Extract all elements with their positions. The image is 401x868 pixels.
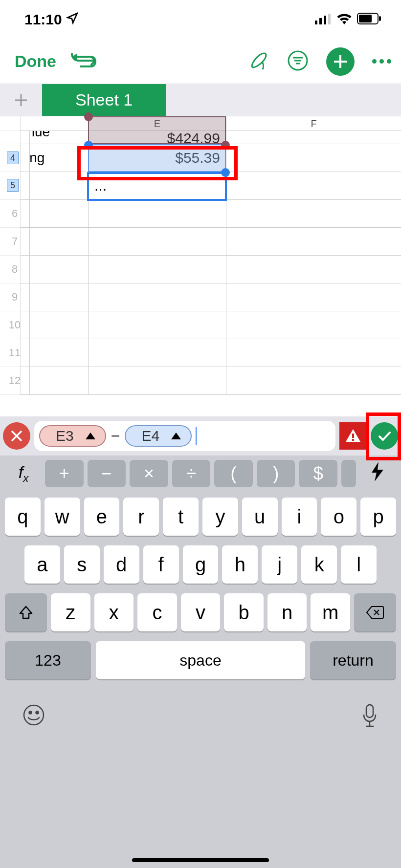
key-a[interactable]: a [24, 545, 60, 584]
keyboard: q w e r t y u i o p a s d f g h j k l z … [0, 492, 401, 868]
key-k[interactable]: k [301, 545, 337, 584]
row-10[interactable]: 10 [0, 311, 401, 339]
bolt-icon[interactable] [360, 462, 395, 486]
key-return[interactable]: return [310, 641, 396, 679]
highlight-box-cell [77, 146, 238, 180]
op-divide[interactable]: ÷ [172, 460, 211, 487]
row-9[interactable]: 9 [0, 283, 401, 311]
key-g[interactable]: g [183, 545, 219, 584]
row-7[interactable]: 7 [0, 228, 401, 256]
kb-row-1: q w e r t y u i o p [3, 498, 398, 536]
cell-e12[interactable] [88, 367, 226, 394]
key-z[interactable]: z [51, 593, 90, 631]
more-icon[interactable] [372, 59, 391, 64]
key-b[interactable]: b [224, 593, 264, 631]
key-j[interactable]: j [262, 545, 297, 584]
key-backspace[interactable] [354, 593, 396, 631]
op-lparen[interactable]: ( [214, 460, 253, 487]
location-icon [66, 11, 79, 28]
key-r[interactable]: r [123, 498, 159, 536]
op-more[interactable] [341, 460, 356, 487]
filter-icon[interactable] [287, 50, 309, 73]
svg-rect-17 [352, 434, 354, 438]
cell-e7[interactable] [88, 228, 226, 255]
toolbar: Done [0, 39, 401, 84]
cancel-button[interactable] [3, 422, 30, 450]
row-indicator-5: 5 [7, 179, 19, 192]
key-t[interactable]: t [163, 498, 199, 536]
warning-button[interactable] [339, 422, 367, 450]
key-y[interactable]: y [202, 498, 238, 536]
cell-f5[interactable] [226, 172, 401, 199]
svg-point-23 [36, 712, 39, 714]
key-h[interactable]: h [222, 545, 258, 584]
op-rparen[interactable]: ) [257, 460, 295, 487]
cell-e6[interactable] [88, 200, 226, 227]
key-o[interactable]: o [321, 498, 356, 536]
key-s[interactable]: s [64, 545, 100, 584]
row-11[interactable]: 11 [0, 339, 401, 367]
row-indicator-4: 4 [7, 152, 19, 164]
op-times[interactable]: × [130, 460, 168, 487]
key-c[interactable]: c [137, 593, 177, 631]
svg-rect-3 [328, 14, 331, 24]
key-d[interactable]: d [104, 545, 139, 584]
key-n[interactable]: n [267, 593, 307, 631]
key-space[interactable]: space [96, 641, 305, 679]
svg-rect-5 [359, 15, 372, 22]
key-e[interactable]: e [84, 498, 120, 536]
key-q[interactable]: q [5, 498, 41, 536]
svg-rect-18 [352, 439, 354, 441]
key-x[interactable]: x [94, 593, 134, 631]
op-plus[interactable]: + [45, 460, 84, 487]
battery-icon [357, 11, 381, 28]
add-sheet-button[interactable] [0, 84, 42, 116]
undo-icon[interactable] [71, 51, 96, 72]
kb-row-5 [3, 689, 398, 730]
cell-e9[interactable] [88, 283, 226, 311]
svg-rect-0 [315, 21, 317, 24]
emoji-icon[interactable] [22, 704, 45, 730]
key-p[interactable]: p [360, 498, 396, 536]
paint-icon[interactable] [248, 50, 269, 73]
cell-f3[interactable] [226, 131, 401, 144]
done-button[interactable]: Done [15, 52, 56, 71]
formula-input[interactable]: E3 − E4 [34, 421, 335, 451]
sheet-tabs: Sheet 1 [0, 84, 401, 116]
cell-f4[interactable] [226, 144, 401, 172]
formula-token-e4[interactable]: E4 [125, 425, 192, 447]
kb-row-2: a s d f g h j k l [3, 545, 398, 584]
key-123[interactable]: 123 [5, 641, 91, 679]
key-u[interactable]: u [242, 498, 278, 536]
svg-rect-2 [324, 16, 326, 24]
key-w[interactable]: w [45, 498, 80, 536]
operator-row: fx + − × ÷ ( ) $ [0, 456, 401, 492]
cell-e10[interactable] [88, 311, 226, 339]
op-dollar[interactable]: $ [299, 460, 337, 487]
kb-row-4: 123 space return [3, 641, 398, 679]
status-bar: 11:10 [0, 0, 401, 39]
add-button[interactable] [326, 47, 355, 76]
key-v[interactable]: v [181, 593, 221, 631]
fx-button[interactable]: fx [6, 463, 41, 485]
row-12[interactable]: 12 [0, 367, 401, 395]
highlight-box-confirm [366, 412, 401, 460]
cell-e11[interactable] [88, 339, 226, 367]
row-6[interactable]: 6 [0, 200, 401, 228]
formula-token-e3[interactable]: E3 [39, 425, 106, 447]
col-header-f[interactable]: F [226, 116, 401, 131]
handle-e3-top[interactable] [84, 112, 93, 121]
key-i[interactable]: i [282, 498, 317, 536]
key-f[interactable]: f [143, 545, 179, 584]
sheet-tab-1[interactable]: Sheet 1 [42, 84, 166, 116]
key-shift[interactable] [5, 593, 47, 631]
row-8[interactable]: 8 [0, 256, 401, 283]
svg-rect-24 [366, 705, 373, 717]
key-l[interactable]: l [341, 545, 377, 584]
key-m[interactable]: m [311, 593, 350, 631]
mic-icon[interactable] [361, 704, 379, 730]
home-indicator[interactable] [132, 858, 269, 862]
cell-e8[interactable] [88, 256, 226, 283]
op-minus[interactable]: − [88, 460, 126, 487]
status-time: 11:10 [24, 11, 62, 28]
